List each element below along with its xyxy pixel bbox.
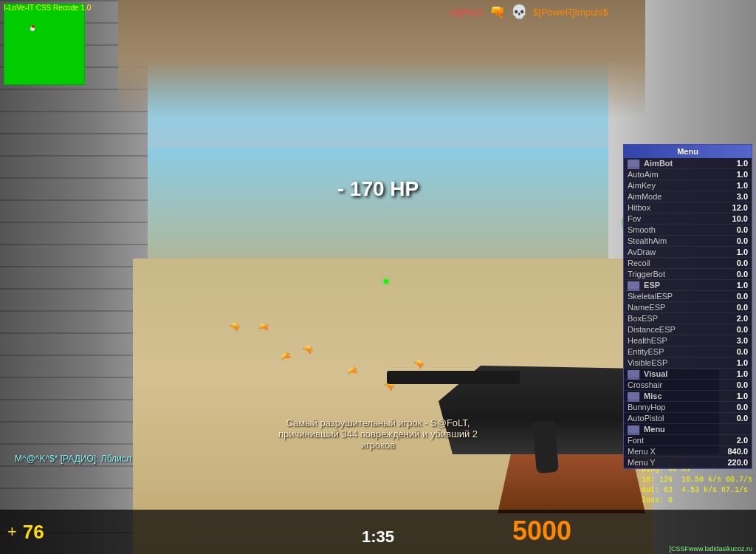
app-watermark: I-LoVe-IT CSS Recode 1.0: [4, 4, 91, 12]
menu-item-27[interactable]: Menu Y220.0: [624, 457, 752, 468]
menu-item-1[interactable]: AutoAim1.0: [624, 169, 752, 180]
menu-item-21[interactable]: ▓▓ Misc1.0: [624, 391, 752, 402]
enemy-hud: s@FoLt 🔫 💀 $[PoweR]Impuls$: [449, 4, 608, 20]
health-section: + 76: [7, 521, 44, 544]
cheat-menu-panel[interactable]: Menu ▓▓ AimBot1.0AutoAim1.0AimKey1.0AimM…: [623, 144, 752, 469]
health-cross-icon: +: [7, 522, 17, 541]
menu-item-5[interactable]: Fov10.0: [624, 213, 752, 225]
minimap-player-dot: [30, 27, 35, 31]
out-stat: out: 63 4.53 k/s 67.1/s: [642, 485, 752, 496]
rifle-icon: 🔫: [489, 4, 505, 20]
css-recode-watermark: [CSSFwww.ladidasikucoz.ru: [669, 545, 752, 553]
menu-item-16[interactable]: HealthESP3.0: [624, 335, 752, 346]
bottom-hud: + 76 1:35 5000: [0, 510, 756, 554]
enemy-name-2: $[PoweR]Impuls$: [533, 7, 608, 18]
esp-dot: [384, 279, 388, 284]
kill-message: Самый разрушительный игрок - S@FoLT, при…: [267, 417, 489, 451]
menu-item-6[interactable]: Smooth0.0: [624, 225, 752, 236]
menu-item-25[interactable]: Font2.0: [624, 435, 752, 446]
menu-item-15[interactable]: DistanceESP0.0: [624, 324, 752, 335]
menu-items-list: ▓▓ AimBot1.0AutoAim1.0AimKey1.0AimMode3.…: [624, 158, 752, 468]
menu-item-13[interactable]: NameESP0.0: [624, 302, 752, 313]
in-stat: in: 126 10.50 k/s 60.7/s: [642, 475, 752, 485]
loss-stat: loss: 0: [642, 496, 752, 506]
dropped-weapon-2: 🔫: [302, 343, 315, 355]
ammo-current: 5000: [512, 516, 571, 547]
chat-line-1: M^@^K^$* [РАДИО]: Лблисл: [15, 454, 131, 464]
menu-item-2[interactable]: AimKey1.0: [624, 180, 752, 191]
menu-item-9[interactable]: Recoil0.0: [624, 258, 752, 269]
menu-title: Menu: [624, 145, 752, 158]
enemy-name-1: s@FoLt: [449, 7, 483, 18]
menu-item-18[interactable]: VisibleESP1.0: [624, 358, 752, 369]
menu-item-4[interactable]: Hitbox12.0: [624, 202, 752, 213]
chat-messages: M^@^K^$* [РАДИО]: Лблисл: [15, 454, 131, 465]
menu-item-10[interactable]: TriggerBot0.0: [624, 269, 752, 280]
gun-magazine: [532, 420, 559, 473]
menu-item-22[interactable]: BunnyHop0.0: [624, 402, 752, 413]
menu-item-23[interactable]: AutoPistol0.0: [624, 413, 752, 424]
timer: 1:35: [362, 527, 394, 547]
menu-item-17[interactable]: EntityESP0.0: [624, 346, 752, 358]
menu-item-14[interactable]: BoxESP2.0: [624, 313, 752, 324]
dropped-weapon-5: 🔫: [228, 321, 240, 332]
menu-item-20[interactable]: Crosshair0.0: [624, 380, 752, 391]
gun-barrel: [387, 371, 520, 384]
menu-item-24[interactable]: ▓▓ Menu: [624, 424, 752, 435]
menu-item-0[interactable]: ▓▓ AimBot1.0: [624, 158, 752, 169]
menu-item-3[interactable]: AimMode3.0: [624, 191, 752, 202]
menu-item-12[interactable]: SkeletalESP0.0: [624, 291, 752, 302]
skull-icon: 💀: [511, 4, 527, 20]
hp-display: - 170 HP: [337, 177, 419, 201]
menu-item-19[interactable]: ▓▓ Visual1.0: [624, 369, 752, 380]
menu-item-8[interactable]: AvDraw1.0: [624, 247, 752, 258]
ammo-display: 5000: [512, 516, 571, 547]
minimap: [4, 4, 85, 85]
health-value: 76: [23, 521, 44, 544]
menu-item-7[interactable]: StealthAim0.0: [624, 236, 752, 247]
menu-item-11[interactable]: ▓▓ ESP1.0: [624, 280, 752, 291]
menu-item-26[interactable]: Menu X840.0: [624, 446, 752, 457]
